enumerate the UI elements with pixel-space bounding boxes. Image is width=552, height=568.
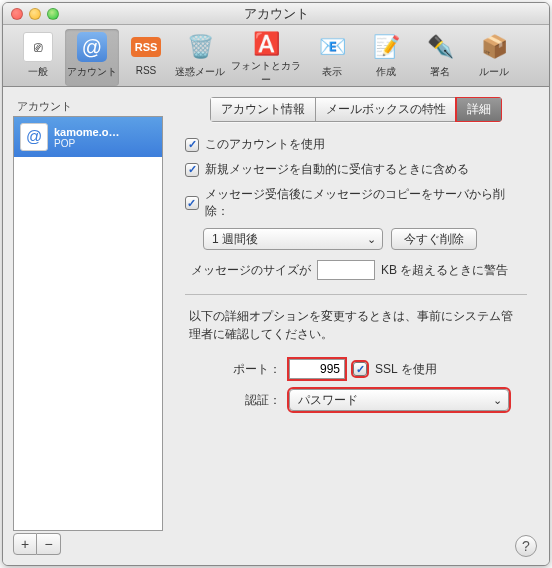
zoom-button[interactable] bbox=[47, 8, 59, 20]
account-item[interactable]: @ kamome.o… POP bbox=[14, 117, 162, 157]
accounts-sidebar: アカウント @ kamome.o… POP + − bbox=[13, 97, 163, 555]
toolbar-viewing[interactable]: 📧 表示 bbox=[305, 29, 359, 86]
window-title: アカウント bbox=[244, 5, 309, 23]
traffic-lights bbox=[11, 8, 59, 20]
tab-account-info[interactable]: アカウント情報 bbox=[210, 97, 315, 122]
auto-receive-label: 新規メッセージを自動的に受信するときに含める bbox=[205, 161, 469, 178]
composing-icon: 📝 bbox=[370, 31, 402, 63]
toolbar-general[interactable]: ⎚ 一般 bbox=[11, 29, 65, 86]
toolbar-rss[interactable]: RSS RSS bbox=[119, 29, 173, 86]
delete-now-button[interactable]: 今すぐ削除 bbox=[391, 228, 477, 250]
tab-advanced[interactable]: 詳細 bbox=[456, 97, 502, 122]
viewing-icon: 📧 bbox=[316, 31, 348, 63]
use-account-label: このアカウントを使用 bbox=[205, 136, 325, 153]
retention-select[interactable]: 1 週間後 bbox=[203, 228, 383, 250]
junk-icon: 🗑️ bbox=[184, 31, 216, 63]
sidebar-header: アカウント bbox=[13, 97, 163, 116]
at-icon: @ bbox=[76, 31, 108, 63]
accounts-list[interactable]: @ kamome.o… POP bbox=[13, 116, 163, 531]
fonts-icon: 🅰️ bbox=[250, 31, 282, 57]
auth-label: 認証： bbox=[185, 392, 281, 409]
minimize-button[interactable] bbox=[29, 8, 41, 20]
size-prefix: メッセージのサイズが bbox=[191, 262, 311, 279]
toolbar-accounts[interactable]: @ アカウント bbox=[65, 29, 119, 86]
main-panel: アカウント情報 メールボックスの特性 詳細 ✓ このアカウントを使用 ✓ 新規メ… bbox=[173, 97, 539, 555]
use-account-checkbox[interactable]: ✓ bbox=[185, 138, 199, 152]
content: アカウント @ kamome.o… POP + − アカウント情報 メ bbox=[3, 87, 549, 565]
auth-select[interactable]: パスワード bbox=[289, 389, 509, 411]
remove-account-button[interactable]: − bbox=[37, 533, 61, 555]
help-button[interactable]: ? bbox=[515, 535, 537, 557]
toolbar-junk[interactable]: 🗑️ 迷惑メール bbox=[173, 29, 227, 86]
add-account-button[interactable]: + bbox=[13, 533, 37, 555]
port-label: ポート： bbox=[185, 361, 281, 378]
toolbar-signatures[interactable]: ✒️ 署名 bbox=[413, 29, 467, 86]
delete-copy-label: メッセージ受信後にメッセージのコピーをサーバから削除： bbox=[205, 186, 527, 220]
toolbar: ⎚ 一般 @ アカウント RSS RSS 🗑️ 迷惑メール 🅰️ フォントとカラ… bbox=[3, 25, 549, 87]
divider bbox=[185, 294, 527, 295]
signature-icon: ✒️ bbox=[424, 31, 456, 63]
delete-copy-checkbox[interactable]: ✓ bbox=[185, 196, 199, 210]
admin-note: 以下の詳細オプションを変更するときは、事前にシステム管理者に確認してください。 bbox=[185, 307, 527, 343]
rules-icon: 📦 bbox=[478, 31, 510, 63]
account-name: kamome.o… bbox=[54, 126, 119, 138]
sidebar-buttons: + − bbox=[13, 533, 163, 555]
size-input[interactable] bbox=[317, 260, 375, 280]
ssl-checkbox[interactable]: ✓ bbox=[353, 362, 367, 376]
account-type: POP bbox=[54, 138, 119, 149]
close-button[interactable] bbox=[11, 8, 23, 20]
tab-mailbox-behaviors[interactable]: メールボックスの特性 bbox=[315, 97, 456, 122]
port-input[interactable] bbox=[289, 359, 345, 379]
rss-icon: RSS bbox=[130, 31, 162, 63]
switch-icon: ⎚ bbox=[22, 31, 54, 63]
titlebar: アカウント bbox=[3, 3, 549, 25]
toolbar-rules[interactable]: 📦 ルール bbox=[467, 29, 521, 86]
advanced-panel: ✓ このアカウントを使用 ✓ 新規メッセージを自動的に受信するときに含める ✓ … bbox=[173, 136, 539, 421]
at-icon: @ bbox=[20, 123, 48, 151]
tabbar: アカウント情報 メールボックスの特性 詳細 bbox=[173, 97, 539, 122]
size-suffix: KB を超えるときに警告 bbox=[381, 262, 508, 279]
preferences-window: アカウント ⎚ 一般 @ アカウント RSS RSS 🗑️ 迷惑メール 🅰️ フ… bbox=[2, 2, 550, 566]
toolbar-fonts[interactable]: 🅰️ フォントとカラー bbox=[227, 29, 305, 86]
toolbar-composing[interactable]: 📝 作成 bbox=[359, 29, 413, 86]
ssl-label: SSL を使用 bbox=[375, 361, 437, 378]
auto-receive-checkbox[interactable]: ✓ bbox=[185, 163, 199, 177]
